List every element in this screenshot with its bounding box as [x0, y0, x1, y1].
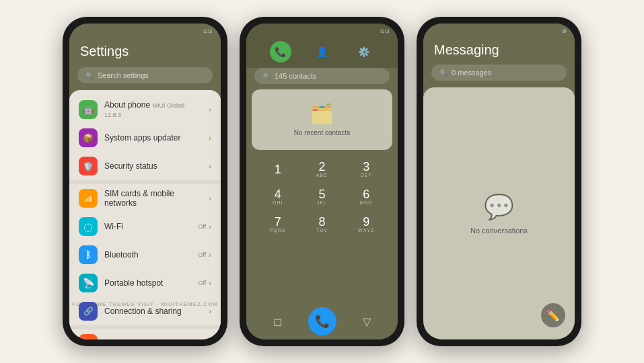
settings-item-bluetooth[interactable]: ᛒ Bluetooth Off › [69, 241, 221, 269]
dial-key-3[interactable]: 3 DEF [345, 157, 387, 182]
settings-item-lock[interactable]: 🔒 Lock screen › [69, 329, 221, 339]
bluetooth-text: Bluetooth [104, 250, 191, 259]
about-phone-right: › [209, 106, 211, 114]
settings-item-system-apps[interactable]: 📦 System apps updater › [69, 124, 221, 152]
chevron-icon: › [209, 223, 211, 231]
wifi-right: Off › [198, 223, 211, 231]
lock-icon: 🔒 [79, 334, 98, 339]
chevron-icon: › [209, 106, 211, 114]
settings-item-about-phone[interactable]: 🤖 About phone MIUI Global 12.8.3 › [69, 95, 221, 124]
dial-key-9[interactable]: 9 WXYZ [345, 212, 387, 237]
sim-text: SIM cards & mobile networks [104, 189, 202, 208]
status-bar-dialer: ⊡⊡ [246, 24, 398, 38]
messaging-search-bar[interactable]: 🔍 0 messages [431, 65, 567, 81]
no-messages-icon: 💬 [484, 193, 514, 221]
security-icon: 🛡️ [79, 157, 98, 175]
system-apps-icon: 📦 [79, 128, 98, 147]
no-contacts-icon: 🗂️ [310, 103, 334, 125]
no-recent-label: No recent contacts [294, 129, 350, 136]
settings-item-hotspot[interactable]: 📡 Portable hotspot Off › [69, 269, 221, 297]
settings-search-placeholder: Search settings [98, 71, 149, 79]
hotspot-right: Off › [198, 279, 211, 287]
signal-icon: ⊡⊡ [203, 28, 213, 34]
status-icons: ⊡⊡ [203, 28, 213, 34]
system-apps-text: System apps updater [104, 133, 202, 143]
chevron-icon: › [209, 251, 211, 259]
settings-search-bar[interactable]: 🔍 Search settings [77, 67, 213, 83]
search-icon-msg: 🔍 [439, 69, 448, 77]
settings-tab-icon[interactable]: ⚙️ [353, 41, 375, 63]
contacts-tab-icon[interactable]: 👤 [312, 41, 333, 63]
phone-tab-icon[interactable]: 📞 [270, 41, 291, 63]
home-nav-button[interactable]: ▽ [363, 315, 371, 328]
chevron-icon: › [209, 307, 211, 315]
wifi-label: Wi-Fi [104, 222, 191, 231]
contacts-count: 145 contacts [275, 72, 316, 80]
settings-title: Settings [69, 38, 221, 67]
call-button[interactable]: 📞 [308, 307, 336, 335]
settings-screen: ⊡⊡ Settings 🔍 Search settings 🤖 [69, 24, 221, 339]
about-phone-icon: 🤖 [79, 100, 98, 119]
bluetooth-status: Off [198, 251, 206, 258]
dial-key-1[interactable]: 1 [257, 157, 299, 182]
system-apps-right: › [209, 134, 211, 142]
search-icon-dialer: 🔍 [262, 73, 271, 80]
dialpad: 1 2 ABC 3 DEF 4 GHI [246, 150, 398, 305]
bluetooth-icon: ᛒ [79, 245, 98, 264]
sim-label: SIM cards & mobile networks [104, 189, 202, 208]
dial-key-4[interactable]: 4 GHI [257, 184, 299, 209]
connection-label: Connection & sharing [104, 307, 202, 316]
security-right: › [209, 162, 211, 170]
dial-key-5[interactable]: 5 JKL [301, 184, 343, 209]
chevron-icon: › [209, 279, 211, 287]
dialer-nav-bar: ◻ 📞 ▽ [246, 305, 398, 339]
settings-item-sim[interactable]: 📶 SIM cards & mobile networks › [69, 184, 221, 212]
hotspot-icon: 📡 [79, 274, 98, 292]
messaging-body: 💬 No conversations [423, 87, 575, 339]
bluetooth-label: Bluetooth [104, 250, 191, 259]
hotspot-label: Portable hotspot [104, 278, 191, 288]
status-icons-dialer: ⊡⊡ [380, 28, 390, 34]
dial-key-7[interactable]: 7 PQRS [257, 212, 299, 237]
back-nav-button[interactable]: ◻ [273, 315, 282, 328]
wifi-text: Wi-Fi [104, 222, 191, 231]
sim-icon: 📶 [79, 189, 98, 208]
lock-text: Lock screen [104, 339, 202, 339]
chevron-icon: › [209, 162, 211, 170]
wifi-status: Off [198, 223, 206, 230]
connection-right: › [209, 307, 211, 315]
hotspot-status: Off [198, 280, 206, 286]
search-icon: 🔍 [85, 72, 94, 79]
no-recent-contacts: 🗂️ No recent contacts [252, 89, 392, 150]
lock-label: Lock screen [104, 339, 202, 339]
dial-key-6[interactable]: 6 MNO [345, 184, 387, 209]
phone-settings: ⊡⊡ Settings 🔍 Search settings 🤖 [63, 17, 227, 346]
contacts-search-bar[interactable]: 🔍 145 contacts [254, 68, 390, 84]
hotspot-text: Portable hotspot [104, 278, 191, 288]
status-bar-messaging: ⚙ [423, 24, 575, 38]
security-label: Security status [104, 161, 202, 171]
dial-key-2[interactable]: 2 ABC [301, 157, 343, 182]
dial-key-8[interactable]: 8 TUV [301, 212, 343, 237]
bluetooth-right: Off › [198, 251, 211, 259]
messaging-title: Messaging [423, 38, 575, 65]
dialer-top-icons: 📞 👤 ⚙️ [246, 38, 398, 68]
signal-icon-dialer: ⊡⊡ [380, 28, 390, 34]
messaging-screen: ⚙ Messaging 🔍 0 messages 💬 No conversati… [423, 24, 575, 339]
about-phone-label: About phone MIUI Global 12.8.3 [104, 100, 202, 119]
wifi-icon: ◌ [79, 217, 98, 236]
settings-item-wifi[interactable]: ◌ Wi-Fi Off › [69, 212, 221, 241]
settings-item-security[interactable]: 🛡️ Security status › [69, 152, 221, 180]
status-bar-settings: ⊡⊡ [69, 24, 221, 38]
dialpad-grid: 1 2 ABC 3 DEF 4 GHI [257, 157, 387, 237]
dialer-screen: ⊡⊡ 📞 👤 ⚙️ 🔍 145 contacts 🗂️ No [246, 24, 398, 339]
status-icons-msg: ⚙ [562, 28, 567, 34]
compose-button[interactable]: ✏️ [541, 303, 565, 327]
security-text: Security status [104, 161, 202, 171]
signal-icon-msg: ⚙ [562, 28, 567, 34]
phone-dialer: ⊡⊡ 📞 👤 ⚙️ 🔍 145 contacts 🗂️ No [240, 17, 404, 346]
phone-messaging: ⚙ Messaging 🔍 0 messages 💬 No conversati… [417, 17, 581, 346]
chevron-icon: › [209, 194, 211, 202]
watermark: FOR MORE THEMES VISIT - MIUITHEMEZ.COM [69, 301, 221, 307]
phones-container: ⊡⊡ Settings 🔍 Search settings 🤖 [63, 17, 581, 346]
